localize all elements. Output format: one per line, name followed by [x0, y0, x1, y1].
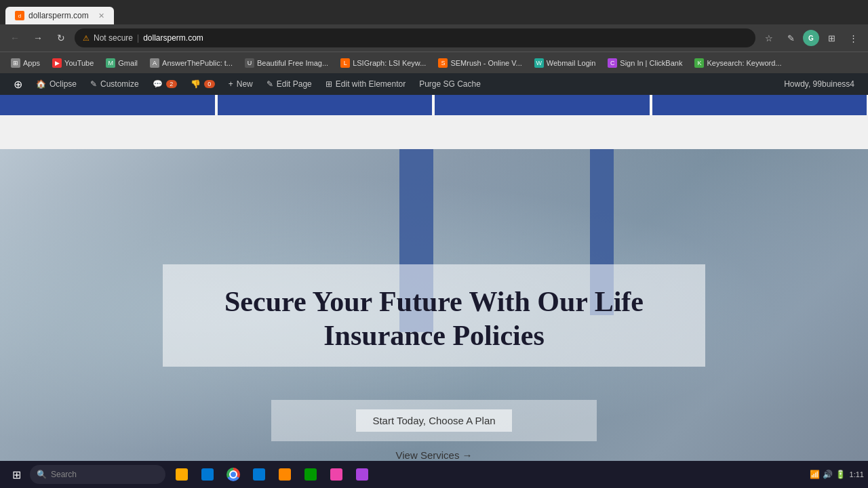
hero-title-line1: Secure Your Future With Our Life: [224, 286, 644, 317]
search-placeholder: Search: [51, 470, 77, 479]
wp-new-item[interactable]: + New: [222, 73, 260, 95]
not-secure-icon: ⚠: [83, 34, 90, 43]
address-bar[interactable]: ⚠ Not secure | dollarsperm.com: [75, 28, 755, 47]
webmail-label: Webmail Login: [547, 59, 596, 67]
bookmark-semrush[interactable]: S SEMrush - Online V...: [433, 56, 527, 70]
paint-icon: [330, 468, 342, 481]
bookmark-answerthepublic[interactable]: A AnswerThePublic: t...: [144, 56, 238, 70]
network-icon: 📶: [810, 470, 820, 479]
taskbar-mail[interactable]: [273, 462, 297, 487]
taskbar-calc[interactable]: [350, 462, 374, 487]
profile-avatar[interactable]: G: [803, 30, 819, 46]
menu-btn[interactable]: ⋮: [844, 28, 863, 47]
comments-badge: 2: [166, 80, 177, 88]
atp-label: AnswerThePublic: t...: [162, 59, 233, 67]
store-icon: [253, 468, 265, 481]
cta-button[interactable]: Start Today, Choose A Plan: [356, 409, 511, 432]
chrome-icon: [226, 468, 240, 481]
tab-label: dollarsperm.com: [28, 11, 89, 20]
mail-icon: [279, 468, 291, 481]
wp-howdy: Howdy, 99buiness4: [777, 79, 861, 89]
edge-icon: [201, 468, 214, 481]
apps-label: Apps: [23, 59, 40, 67]
wp-oclipse-item[interactable]: 🏠 Oclipse: [29, 73, 83, 95]
edit-icon-btn[interactable]: ✎: [781, 28, 800, 47]
semrush-label: SEMrush - Online V...: [450, 59, 521, 67]
keysearch-label: Keysearch: Keyword...: [707, 59, 781, 67]
lsi-label: LSIGraph: LSI Keyw...: [353, 59, 426, 67]
taskbar-app-icons: [170, 462, 374, 487]
taskbar-notepad[interactable]: [298, 462, 323, 487]
forward-button[interactable]: →: [28, 28, 47, 47]
taskbar-edge[interactable]: [195, 462, 220, 487]
tab-close-btn[interactable]: ✕: [98, 12, 104, 20]
semrush-favicon: S: [438, 58, 448, 68]
services-arrow-icon: →: [462, 449, 472, 461]
bookmark-webmail[interactable]: W Webmail Login: [529, 56, 601, 70]
system-clock: 1:11: [850, 470, 864, 479]
wp-logo-item[interactable]: ⊕: [7, 73, 29, 95]
bookmark-unsplash[interactable]: U Beautiful Free Imag...: [239, 56, 334, 70]
taskbar-search[interactable]: 🔍 Search: [30, 465, 165, 484]
bookmark-gmail[interactable]: M Gmail: [100, 56, 143, 70]
wp-purge-cache-item[interactable]: Purge SG Cache: [412, 73, 488, 95]
bookmark-keysearch[interactable]: K Keysearch: Keyword...: [689, 56, 787, 70]
wp-comments-item[interactable]: 💬 2: [146, 73, 184, 95]
keysearch-favicon: K: [694, 58, 704, 68]
wp-edit-elementor-item[interactable]: ⊞ Edit with Elementor: [319, 73, 412, 95]
bookmark-apps[interactable]: ⊞ Apps: [5, 56, 45, 70]
atp-favicon: A: [150, 58, 159, 68]
banner-strip-2: [218, 95, 433, 115]
edit-page-label: Edit Page: [277, 79, 312, 89]
back-button[interactable]: ←: [5, 28, 24, 47]
elementor-icon: ⊞: [326, 79, 332, 89]
toolbar-icons: ☆ ✎ G ⊞ ⋮: [760, 28, 863, 47]
taskbar-paint[interactable]: [324, 462, 349, 487]
taskbar: ⊞ 🔍 Search 📶 🔊: [0, 461, 868, 488]
wp-logo-icon: ⊕: [14, 78, 22, 91]
wp-edit-page-item[interactable]: ✎ Edit Page: [260, 73, 319, 95]
blue-banners: [0, 95, 868, 115]
hero-cta-box: Start Today, Choose A Plan: [271, 400, 597, 441]
clock-time: 1:11: [850, 470, 864, 479]
search-icon: 🔍: [37, 470, 47, 479]
taskbar-store[interactable]: [247, 462, 271, 487]
webmail-favicon: W: [534, 58, 544, 68]
extensions-btn[interactable]: ⊞: [822, 28, 841, 47]
spacer-area: [0, 115, 868, 149]
thumbsdown-icon: 👎: [191, 79, 201, 89]
taskbar-chrome[interactable]: [221, 462, 245, 487]
active-tab[interactable]: d dollarsperm.com ✕: [5, 7, 114, 24]
oclipse-label: Oclipse: [50, 79, 77, 89]
reload-button[interactable]: ↻: [52, 28, 71, 47]
customize-icon: ✎: [90, 79, 97, 89]
youtube-favicon: ▶: [52, 58, 62, 68]
bookmark-youtube[interactable]: ▶ YouTube: [47, 56, 99, 70]
unsplash-label: Beautiful Free Imag...: [257, 59, 328, 67]
address-bar-row: ← → ↻ ⚠ Not secure | dollarsperm.com ☆ ✎…: [0, 24, 868, 52]
elementor-label: Edit with Elementor: [336, 79, 406, 89]
wp-thumbsdown-item[interactable]: 👎 0: [184, 73, 222, 95]
wp-oclipse-icon: 🏠: [36, 79, 46, 89]
howdy-label: Howdy, 99buiness4: [784, 79, 854, 89]
tab-bar: d dollarsperm.com ✕: [0, 0, 868, 24]
banner-strip-3: [435, 95, 650, 115]
bookmark-clickbank[interactable]: C Sign In | ClickBank: [602, 56, 688, 70]
page-content: Secure Your Future With Our Life Insuran…: [0, 95, 868, 461]
purge-cache-label: Purge SG Cache: [419, 79, 481, 89]
banner-strip-1: [0, 95, 215, 115]
thumbsdown-badge: 0: [204, 80, 215, 88]
view-services-link[interactable]: View Services →: [396, 449, 473, 461]
taskbar-file-explorer[interactable]: [170, 462, 194, 487]
unsplash-favicon: U: [245, 58, 254, 68]
bookmark-lsigraph[interactable]: L LSIGraph: LSI Keyw...: [335, 56, 431, 70]
new-label: New: [237, 79, 253, 89]
secure-label: Not secure: [94, 33, 133, 43]
start-button[interactable]: ⊞: [4, 462, 28, 487]
wp-customize-item[interactable]: ✎ Customize: [83, 73, 146, 95]
lsi-favicon: L: [340, 58, 350, 68]
hero-section: Secure Your Future With Our Life Insuran…: [0, 149, 868, 461]
tab-favicon: d: [15, 11, 24, 20]
taskbar-right: 📶 🔊 🔋 1:11: [810, 470, 864, 479]
star-button[interactable]: ☆: [760, 28, 778, 47]
